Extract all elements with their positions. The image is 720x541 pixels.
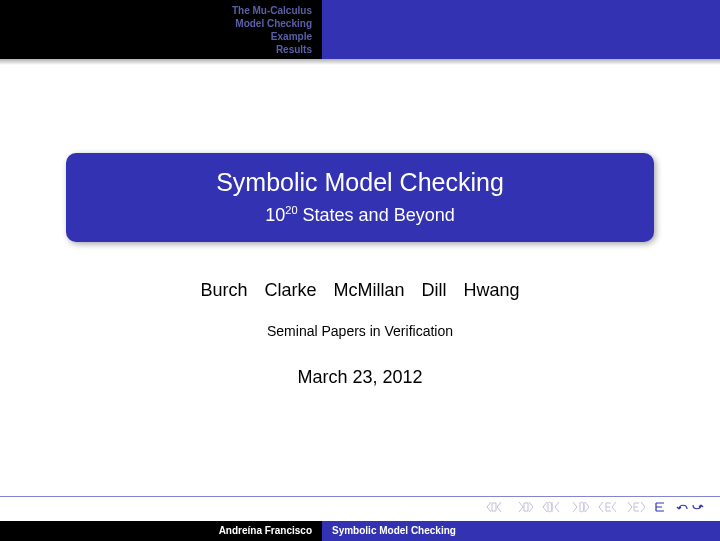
nav-prev-slide-icon[interactable] — [486, 501, 506, 513]
institute: Seminal Papers in Verification — [267, 323, 453, 339]
subtitle-prefix: 10 — [265, 205, 285, 225]
footer-bar: Andreína Francisco Symbolic Model Checki… — [0, 521, 720, 541]
nav-next-frame-icon[interactable] — [626, 501, 646, 513]
header-right-panel — [322, 0, 720, 59]
nav-controls — [0, 493, 720, 521]
nav-prev-frame-icon[interactable] — [598, 501, 618, 513]
nav-back-forward-icon[interactable] — [676, 501, 704, 513]
header-section-item[interactable]: Model Checking — [235, 17, 312, 30]
authors: Burch Clarke McMillan Dill Hwang — [200, 280, 519, 301]
footer-author: Andreína Francisco — [0, 521, 322, 541]
date: March 23, 2012 — [297, 367, 422, 388]
subtitle-exponent: 20 — [285, 204, 297, 216]
slide-body: Symbolic Model Checking 1020 States and … — [0, 65, 720, 493]
presentation-subtitle: 1020 States and Beyond — [86, 204, 634, 226]
presentation-title: Symbolic Model Checking — [86, 167, 634, 198]
title-block: Symbolic Model Checking 1020 States and … — [66, 153, 654, 242]
nav-next-section-icon[interactable] — [570, 501, 590, 513]
nav-next-slide-icon[interactable] — [514, 501, 534, 513]
subtitle-suffix: States and Beyond — [298, 205, 455, 225]
nav-outline-icon[interactable] — [654, 501, 668, 513]
header-sections: The Mu-Calculus Model Checking Example R… — [0, 0, 322, 59]
header-bar: The Mu-Calculus Model Checking Example R… — [0, 0, 720, 59]
header-section-item[interactable]: Example — [271, 30, 312, 43]
header-section-item[interactable]: Results — [276, 43, 312, 56]
header-section-item[interactable]: The Mu-Calculus — [232, 4, 312, 17]
nav-prev-section-icon[interactable] — [542, 501, 562, 513]
footer-title: Symbolic Model Checking — [322, 521, 720, 541]
